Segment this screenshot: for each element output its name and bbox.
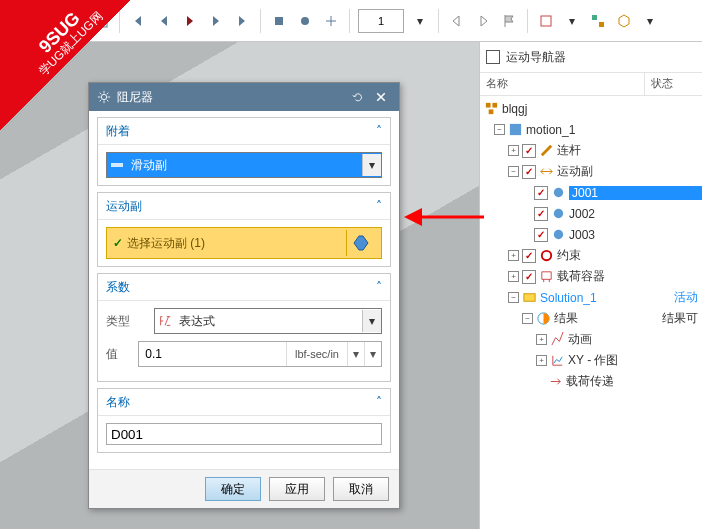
joint-item-icon — [551, 227, 566, 242]
svg-point-10 — [554, 188, 563, 197]
chevron-up-icon: ˄ — [376, 280, 382, 294]
svg-point-13 — [542, 251, 551, 260]
play-icon[interactable] — [179, 10, 201, 32]
chevron-down-icon[interactable]: ▾ — [364, 342, 381, 366]
dd-icon[interactable]: ▾ — [561, 10, 583, 32]
section-name-header[interactable]: 名称˄ — [98, 389, 390, 416]
dialog-title: 阻尼器 — [117, 89, 345, 106]
next-key-icon[interactable] — [472, 10, 494, 32]
section-joint-header[interactable]: 运动副˄ — [98, 193, 390, 220]
prev-frame-icon[interactable] — [153, 10, 175, 32]
checkbox[interactable] — [522, 144, 536, 158]
svg-rect-6 — [486, 103, 491, 108]
chevron-down-icon[interactable]: ▾ — [347, 342, 364, 366]
tree-solution[interactable]: − Solution_1 活动 — [484, 287, 702, 308]
ok-button[interactable]: 确定 — [205, 477, 261, 501]
svg-point-11 — [554, 209, 563, 218]
svg-rect-14 — [524, 294, 535, 302]
first-frame-icon[interactable] — [127, 10, 149, 32]
svg-point-16 — [101, 94, 106, 99]
damper-dialog: 阻尼器 附着˄ 滑动副 ▾ 运动副˄ ✓ 选择运动副 (1) — [88, 82, 400, 509]
collapse-icon[interactable]: − — [494, 124, 505, 135]
tree-xy[interactable]: + XY - 作图 — [484, 350, 702, 371]
svg-rect-3 — [541, 16, 551, 26]
tree-j001[interactable]: J001 — [484, 182, 702, 203]
tree-joints[interactable]: − 运动副 — [484, 161, 702, 182]
link-icon[interactable] — [320, 10, 342, 32]
close-icon[interactable] — [371, 87, 391, 107]
dialog-titlebar[interactable]: 阻尼器 — [89, 83, 399, 111]
type-label: 类型 — [106, 313, 154, 330]
anim-icon — [550, 332, 565, 347]
tree-motion[interactable]: − motion_1 — [484, 119, 702, 140]
tree-results[interactable]: − 结果 结果可 — [484, 308, 702, 329]
tree-anim[interactable]: + 动画 — [484, 329, 702, 350]
svg-rect-4 — [592, 15, 597, 20]
slider-joint-icon — [107, 154, 127, 176]
joint-item-icon — [551, 206, 566, 221]
results-icon — [536, 311, 551, 326]
dd2-icon[interactable]: ▾ — [639, 10, 661, 32]
section-coeff-header[interactable]: 系数˄ — [98, 274, 390, 301]
reset-icon[interactable] — [348, 87, 368, 107]
prev-key-icon[interactable] — [446, 10, 468, 32]
chevron-up-icon: ˄ — [376, 395, 382, 409]
tree-root[interactable]: blqgj — [484, 98, 702, 119]
load-transfer-icon — [548, 374, 563, 389]
pick-joint-button[interactable] — [346, 230, 375, 256]
check-icon: ✓ — [113, 236, 123, 250]
tree-load-transfer[interactable]: 载荷传递 — [484, 371, 702, 392]
last-frame-icon[interactable] — [231, 10, 253, 32]
svg-point-2 — [301, 17, 309, 25]
svg-rect-1 — [275, 17, 283, 25]
link-icon — [539, 143, 554, 158]
type-combo[interactable]: 表达式 ▾ — [154, 308, 382, 334]
svg-rect-9 — [510, 124, 521, 135]
svg-rect-0 — [95, 15, 107, 27]
value-input-group: lbf-sec/in ▾ ▾ — [138, 341, 382, 367]
svg-point-12 — [554, 230, 563, 239]
box-tool-icon[interactable] — [535, 10, 557, 32]
next-frame-icon[interactable] — [205, 10, 227, 32]
solution-icon — [522, 290, 537, 305]
xy-icon — [550, 353, 565, 368]
motion-icon — [508, 122, 523, 137]
frame-dd-icon[interactable]: ▾ — [409, 10, 431, 32]
col-status[interactable]: 状态 — [645, 73, 679, 95]
explode-icon[interactable] — [587, 10, 609, 32]
col-name[interactable]: 名称 — [480, 73, 645, 95]
chevron-down-icon[interactable]: ▾ — [362, 154, 381, 176]
constraint-icon — [539, 248, 554, 263]
nav-columns: 名称 状态 — [480, 73, 702, 96]
frame-input[interactable] — [358, 9, 404, 33]
toolbar-btn[interactable] — [90, 10, 112, 32]
cancel-button[interactable]: 取消 — [333, 477, 389, 501]
attach-type-combo[interactable]: 滑动副 ▾ — [106, 152, 382, 178]
apply-button[interactable]: 应用 — [269, 477, 325, 501]
cube-icon[interactable] — [613, 10, 635, 32]
motion-navigator-panel: 运动导航器 名称 状态 blqgj − motion_1 + 连杆 − 运动副 — [479, 42, 702, 529]
nav-panel-title: 运动导航器 — [480, 42, 702, 73]
load-icon — [539, 269, 554, 284]
chevron-down-icon[interactable]: ▾ — [362, 310, 381, 332]
record-icon[interactable] — [294, 10, 316, 32]
main-toolbar: ▾ ▾ ▾ — [0, 0, 702, 42]
unit-label[interactable]: lbf-sec/in — [286, 342, 347, 366]
name-input[interactable] — [106, 423, 382, 445]
tree-links[interactable]: + 连杆 — [484, 140, 702, 161]
tree-loads[interactable]: + 载荷容器 — [484, 266, 702, 287]
assembly-icon — [484, 101, 499, 116]
stop-icon[interactable] — [268, 10, 290, 32]
tree-constraints[interactable]: + 约束 — [484, 245, 702, 266]
tree-j002[interactable]: J002 — [484, 203, 702, 224]
svg-rect-7 — [492, 103, 497, 108]
chevron-up-icon: ˄ — [376, 124, 382, 138]
chevron-up-icon: ˄ — [376, 199, 382, 213]
section-attach-header[interactable]: 附着˄ — [98, 118, 390, 145]
tree-j003[interactable]: J003 — [484, 224, 702, 245]
joint-item-icon — [551, 185, 566, 200]
select-joint-row[interactable]: ✓ 选择运动副 (1) — [106, 227, 382, 259]
value-input[interactable] — [139, 342, 286, 366]
flag-icon[interactable] — [498, 10, 520, 32]
svg-rect-5 — [599, 22, 604, 27]
